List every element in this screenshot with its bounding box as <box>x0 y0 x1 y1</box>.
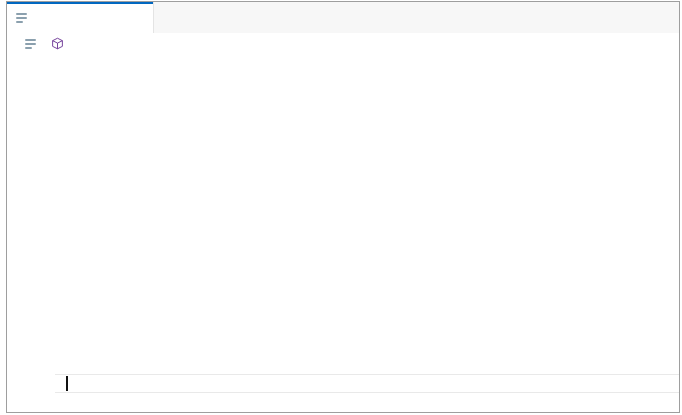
code-editor[interactable] <box>7 53 679 412</box>
file-lines-icon <box>16 11 27 25</box>
vscode-editor-window <box>6 1 680 413</box>
tab-bar <box>7 2 679 34</box>
current-line-highlight <box>55 374 679 393</box>
tab-coldev-sbsl[interactable] <box>7 2 154 34</box>
active-tab-indicator <box>7 2 153 4</box>
file-lines-icon <box>25 37 36 51</box>
text-cursor <box>66 376 68 391</box>
close-icon[interactable] <box>143 17 147 19</box>
symbol-method-icon <box>51 37 64 53</box>
breadcrumb <box>7 33 679 54</box>
